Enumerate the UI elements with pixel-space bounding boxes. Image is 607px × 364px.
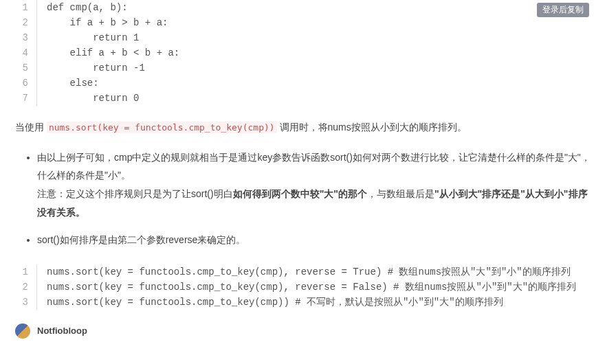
text: sort()如何排序是由第二个参数reverse来确定的。 xyxy=(37,234,245,245)
code-row: 7 return 0 xyxy=(15,91,592,106)
copy-button[interactable]: 登录后复制 xyxy=(537,3,589,17)
line-number: 7 xyxy=(15,91,37,106)
code-row: 1def cmp(a, b): xyxy=(15,0,592,15)
code-line: elif a + b < b + a: xyxy=(37,45,592,60)
avatar xyxy=(15,323,30,339)
code-table-1: 1def cmp(a, b):2 if a + b > b + a:3 retu… xyxy=(15,0,592,106)
code-table-2: 1nums.sort(key = functools.cmp_to_key(cm… xyxy=(15,264,592,310)
code-line: nums.sort(key = functools.cmp_to_key(cmp… xyxy=(37,264,592,280)
bold-text: 如何得到两个数中较"大"的那个 xyxy=(233,188,367,199)
code-line: return -1 xyxy=(37,60,592,76)
line-number: 1 xyxy=(15,0,37,15)
line-number: 3 xyxy=(15,30,37,45)
code-row: 3nums.sort(key = functools.cmp_to_key(cm… xyxy=(15,295,592,310)
code-row: 1nums.sort(key = functools.cmp_to_key(cm… xyxy=(15,264,592,280)
line-number: 2 xyxy=(15,280,37,295)
line-number: 4 xyxy=(15,45,37,60)
code-line: nums.sort(key = functools.cmp_to_key(cmp… xyxy=(37,295,592,310)
code-row: 4 elif a + b < b + a: xyxy=(15,45,592,60)
code-line: else: xyxy=(37,76,592,91)
list-item: sort()如何排序是由第二个参数reverse来确定的。 xyxy=(37,231,592,249)
code-row: 6 else: xyxy=(15,76,592,91)
code-row: 5 return -1 xyxy=(15,60,592,76)
line-number: 5 xyxy=(15,60,37,76)
line-number: 1 xyxy=(15,264,37,280)
text: 当使用 xyxy=(15,122,47,133)
text: 由以上例子可知，cmp中定义的规则就相当于是通过key参数告诉函数sort()如… xyxy=(37,152,591,181)
code-block-2: 1nums.sort(key = functools.cmp_to_key(cm… xyxy=(15,264,592,310)
username: Notfiobloop xyxy=(37,326,87,336)
code-row: 3 return 1 xyxy=(15,30,592,45)
code-line: return 0 xyxy=(37,91,592,106)
code-row: 2nums.sort(key = functools.cmp_to_key(cm… xyxy=(15,280,592,295)
paragraph-usage: 当使用 nums.sort(key = functools.cmp_to_key… xyxy=(15,120,592,136)
text: 注意：定义这个排序规则只是为了让sort()明白 xyxy=(37,188,233,199)
code-row: 2 if a + b > b + a: xyxy=(15,15,592,30)
code-block-1: 登录后复制 1def cmp(a, b):2 if a + b > b + a:… xyxy=(15,0,592,106)
code-line: def cmp(a, b): xyxy=(37,0,592,15)
line-number: 3 xyxy=(15,295,37,310)
code-line: nums.sort(key = functools.cmp_to_key(cmp… xyxy=(37,280,592,295)
code-line: if a + b > b + a: xyxy=(37,15,592,30)
line-number: 6 xyxy=(15,76,37,91)
line-number: 2 xyxy=(15,15,37,30)
notes-list: 由以上例子可知，cmp中定义的规则就相当于是通过key参数告诉函数sort()如… xyxy=(37,148,592,249)
code-line: return 1 xyxy=(37,30,592,45)
text: 调用时，将nums按照从小到大的顺序排列。 xyxy=(277,122,467,133)
list-item: 由以上例子可知，cmp中定义的规则就相当于是通过key参数告诉函数sort()如… xyxy=(37,148,592,221)
author-row: Notfiobloop xyxy=(15,323,592,339)
inline-code: nums.sort(key = functools.cmp_to_key(cmp… xyxy=(47,122,277,133)
text: ，与数组最后是 xyxy=(367,188,434,199)
